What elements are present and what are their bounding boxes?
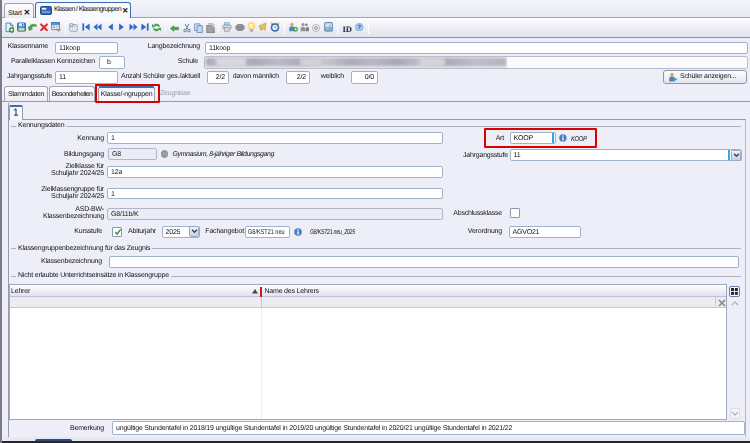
svg-text:?: ? [358,25,361,31]
